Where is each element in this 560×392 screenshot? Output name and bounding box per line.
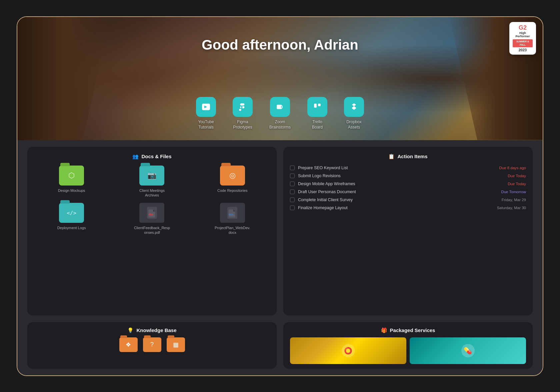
action-items-list: Prepare SEO Keyword List Due 8 days ago … bbox=[290, 166, 526, 210]
packaged-images: ⭕ 💊 bbox=[290, 337, 526, 364]
doc-label-project-plan: ProjectPlan_WebDev.docx bbox=[215, 225, 250, 235]
action-items-title: 📋 Action Items bbox=[290, 154, 526, 160]
doc-label-design-mockups: Design Mockups bbox=[58, 188, 85, 193]
hero-greeting: Good afternoon, Adrian bbox=[202, 37, 358, 53]
doc-item-project-plan[interactable]: DOC ProjectPlan_WebDev.docx bbox=[195, 203, 270, 235]
file-client-feedback: PDF bbox=[139, 203, 164, 223]
youtube-icon bbox=[196, 97, 216, 117]
action-text-wireframes: Design Mobile App Wireframes bbox=[298, 182, 355, 186]
quick-links-bar: YouTubeTutorials FigmaPrototypes ZoomBra… bbox=[196, 97, 364, 130]
due-date-seo: Due 8 days ago bbox=[499, 166, 526, 170]
due-date-homepage: Saturday, Mar 30 bbox=[497, 206, 526, 210]
kb-folder-icon-3: ▦ bbox=[167, 337, 185, 352]
kb-folder-icon-2: ? bbox=[143, 337, 161, 352]
doc-item-client-feedback[interactable]: PDF ClientFeedback_Responses.pdf bbox=[114, 203, 189, 235]
docs-grid: ⬡ Design Mockups 📷 Client MeetingsArchiv… bbox=[34, 166, 270, 235]
quick-link-trello[interactable]: TrelloBoard bbox=[307, 97, 327, 130]
doc-item-deployment-logs[interactable]: </> Deployment Logs bbox=[34, 203, 109, 235]
action-item-personas: Draft User Personas Document Due Tomorro… bbox=[290, 190, 526, 194]
svg-rect-0 bbox=[314, 104, 317, 108]
quick-link-figma[interactable]: FigmaPrototypes bbox=[233, 97, 253, 130]
folder-code-repos: ◎ bbox=[220, 166, 245, 186]
folder-client-meetings: 📷 bbox=[139, 166, 164, 186]
figma-label: FigmaPrototypes bbox=[233, 120, 252, 130]
action-text-personas: Draft User Personas Document bbox=[298, 190, 356, 194]
device-frame: G2 High Performer SUMMER & FALL 2023 Goo… bbox=[17, 16, 543, 376]
g2-high-performer: High Performer bbox=[513, 31, 533, 39]
knowledge-base-icons: ❖ ? ▦ bbox=[34, 337, 270, 352]
svg-rect-1 bbox=[318, 104, 321, 107]
g2-ribbon: SUMMER & FALL bbox=[513, 39, 533, 47]
trello-icon bbox=[307, 97, 327, 117]
doc-label-client-meetings: Client MeetingsArchives bbox=[139, 188, 165, 198]
quick-link-dropbox[interactable]: DropboxAssets bbox=[344, 97, 364, 130]
doc-label-deployment-logs: Deployment Logs bbox=[57, 225, 86, 230]
due-date-wireframes: Due Today bbox=[508, 182, 526, 186]
doc-item-client-meetings[interactable]: 📷 Client MeetingsArchives bbox=[114, 166, 189, 198]
knowledge-base-panel: 💡 Knowledge Base ❖ ? bbox=[27, 322, 277, 369]
knowledge-base-title: 💡 Knowledge Base bbox=[34, 327, 270, 333]
zoom-label: ZoomBrainstorms bbox=[269, 120, 291, 130]
checkbox-personas[interactable] bbox=[290, 190, 295, 194]
svg-text:DOC: DOC bbox=[229, 213, 234, 216]
checkbox-wireframes[interactable] bbox=[290, 182, 295, 186]
action-item-survey: Complete Initial Client Survey Friday, M… bbox=[290, 197, 526, 202]
due-date-personas: Due Tomorrow bbox=[501, 190, 526, 194]
checkbox-homepage[interactable] bbox=[290, 205, 295, 210]
youtube-label: YouTubeTutorials bbox=[198, 120, 214, 130]
checkbox-survey[interactable] bbox=[290, 197, 295, 202]
packaged-img-2[interactable]: 💊 bbox=[410, 337, 526, 364]
action-item-seo: Prepare SEO Keyword List Due 8 days ago bbox=[290, 166, 526, 170]
kb-folder-1[interactable]: ❖ bbox=[119, 337, 138, 352]
doc-item-design-mockups[interactable]: ⬡ Design Mockups bbox=[34, 166, 109, 198]
doc-label-client-feedback: ClientFeedback_Responses.pdf bbox=[134, 225, 170, 235]
due-date-logo: Due Today bbox=[508, 174, 526, 178]
main-content: 👥 Docs & Files ⬡ Design Mockups 📷 bbox=[17, 140, 543, 375]
action-item-wireframes: Design Mobile App Wireframes Due Today bbox=[290, 182, 526, 186]
packaged-services-icon: 🎁 bbox=[381, 327, 387, 333]
figma-icon bbox=[233, 97, 253, 117]
doc-item-code-repos[interactable]: ◎ Code Repositories bbox=[195, 166, 270, 198]
knowledge-base-icon: 💡 bbox=[127, 327, 134, 333]
action-items-panel: 📋 Action Items Prepare SEO Keyword List … bbox=[283, 147, 533, 315]
kb-folder-icon-1: ❖ bbox=[119, 337, 138, 352]
packaged-services-title: 🎁 Packaged Services bbox=[290, 327, 526, 333]
action-text-logo: Submit Logo Revisions bbox=[298, 174, 341, 178]
file-project-plan: DOC bbox=[220, 203, 245, 223]
due-date-survey: Friday, Mar 29 bbox=[502, 198, 526, 202]
svg-text:PDF: PDF bbox=[149, 213, 154, 216]
quick-link-zoom[interactable]: ZoomBrainstorms bbox=[269, 97, 291, 130]
action-text-survey: Complete Initial Client Survey bbox=[298, 197, 353, 202]
g2-badge: G2 High Performer SUMMER & FALL 2023 bbox=[509, 22, 536, 55]
docs-files-panel: 👥 Docs & Files ⬡ Design Mockups 📷 bbox=[27, 147, 277, 315]
trello-label: TrelloBoard bbox=[312, 120, 323, 130]
checkbox-logo[interactable] bbox=[290, 174, 295, 178]
packaged-services-panel: 🎁 Packaged Services ⭕ 💊 bbox=[283, 322, 533, 369]
action-item-logo: Submit Logo Revisions Due Today bbox=[290, 174, 526, 178]
g2-year: 2023 bbox=[519, 48, 527, 52]
dropbox-icon bbox=[344, 97, 364, 117]
checkbox-seo[interactable] bbox=[290, 166, 295, 170]
doc-label-code-repos: Code Repositories bbox=[217, 188, 248, 193]
folder-design-mockups: ⬡ bbox=[59, 166, 84, 186]
docs-files-title: 👥 Docs & Files bbox=[34, 154, 270, 160]
dropbox-label: DropboxAssets bbox=[346, 120, 361, 130]
zoom-icon bbox=[270, 97, 290, 117]
action-text-homepage: Finalize Homepage Layout bbox=[298, 205, 348, 210]
top-panels-row: 👥 Docs & Files ⬡ Design Mockups 📷 bbox=[27, 147, 533, 315]
action-item-homepage: Finalize Homepage Layout Saturday, Mar 3… bbox=[290, 205, 526, 210]
g2-logo: G2 bbox=[519, 25, 527, 31]
kb-folder-3[interactable]: ▦ bbox=[167, 337, 185, 352]
action-text-seo: Prepare SEO Keyword List bbox=[298, 166, 348, 170]
quick-link-youtube[interactable]: YouTubeTutorials bbox=[196, 97, 216, 130]
bottom-panels-row: 💡 Knowledge Base ❖ ? bbox=[27, 322, 533, 369]
docs-files-icon: 👥 bbox=[132, 154, 139, 160]
action-items-icon: 📋 bbox=[388, 154, 395, 160]
hero-section: Good afternoon, Adrian YouTubeTutorials … bbox=[17, 17, 543, 140]
kb-folder-2[interactable]: ? bbox=[143, 337, 161, 352]
folder-deployment-logs: </> bbox=[59, 203, 84, 223]
packaged-img-1[interactable]: ⭕ bbox=[290, 337, 406, 364]
